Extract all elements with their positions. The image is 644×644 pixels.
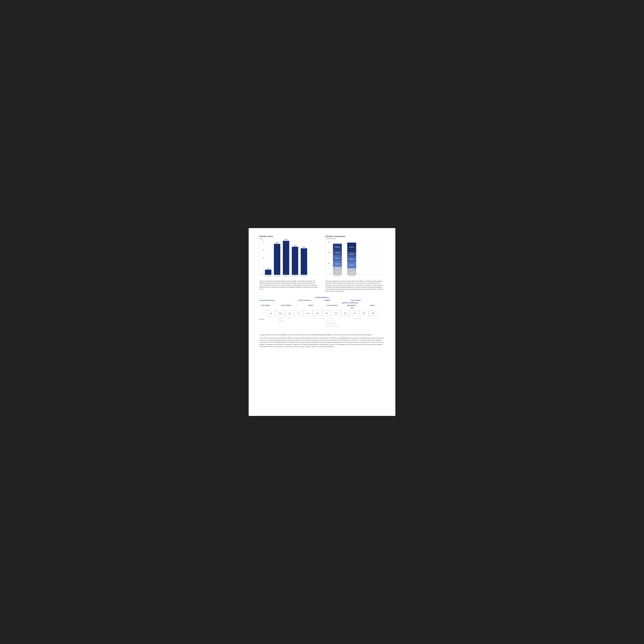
text-right: Total assets amounted at 31 March 2018 t… bbox=[326, 280, 385, 292]
text-row: Thanks to a number of successful divestm… bbox=[259, 280, 385, 292]
seg-2018-mid1: 154.5 m bbox=[347, 257, 356, 262]
inv-snack: Snack Connection bbox=[298, 299, 311, 301]
bar-rect-2013 bbox=[265, 270, 271, 275]
seg-2017-dark2: 221.6 m bbox=[333, 244, 342, 251]
month-jan[interactable]: Jan bbox=[350, 311, 359, 316]
investments-title: INVESTMENTS bbox=[259, 297, 385, 298]
inv-impact: Impact bbox=[370, 304, 375, 306]
bar-value-3.1: 3.1 bbox=[267, 268, 269, 269]
month-dec[interactable]: Dec bbox=[341, 311, 350, 316]
comp-y-500: 500 bbox=[326, 252, 330, 253]
inv-wemas: WEMAS bbox=[325, 299, 330, 301]
bar-2013-2014: 3.1 bbox=[265, 268, 271, 275]
comp-chart-title: Porfolio composition bbox=[326, 235, 385, 237]
inv-arseus: Arseus Medical bbox=[281, 304, 291, 306]
seg-2017-light: 67.5 m bbox=[333, 267, 342, 269]
comp-chart-wrapper: 0 250 500 750 173.4 m 67.5 m 185.1 m 183… bbox=[326, 241, 385, 277]
months-row: Apr May Jun Jul Aug Sep Oct Nov Dec Jan … bbox=[259, 311, 385, 316]
month-aug[interactable]: Aug bbox=[303, 311, 313, 316]
seg-2017-mid2: 185.1 m bbox=[333, 261, 342, 267]
inv-france: France Themes bbox=[351, 299, 361, 301]
bar-2014-2015: 18.3 bbox=[274, 242, 280, 275]
bar-value-18.3: 18.3 bbox=[276, 242, 279, 243]
bar-rect-2016 bbox=[292, 247, 298, 275]
inv-stiplastics: Stiplastics Healthcaring bbox=[342, 302, 358, 304]
bar-rect-2017 bbox=[301, 248, 307, 275]
charts-row: Porfolio return In % 0 5 10 15 20 bbox=[259, 235, 385, 277]
bar-2017-2018: 15.6 bbox=[301, 246, 307, 275]
exit-teads: Teads bbox=[277, 318, 281, 319]
inv-cegeka: Cegeka bbox=[308, 304, 313, 306]
exit-res: RES bbox=[287, 318, 290, 319]
comp-chart-subtitle: In EUR million bbox=[326, 238, 385, 240]
x-label-5: 2017/2018 bbox=[301, 275, 307, 277]
comp-y-labels: 0 250 500 750 bbox=[326, 241, 330, 275]
bar-2016-2017: 16.6 bbox=[292, 245, 298, 275]
month-feb[interactable]: Feb bbox=[359, 311, 369, 316]
exits-label: EXITS bbox=[259, 318, 264, 320]
exit-brakel: Brakel bbox=[330, 318, 334, 319]
seg-2018-light: 67.2 m bbox=[347, 268, 356, 270]
inv-agro: AgroBiothers bbox=[347, 304, 356, 306]
month-nov[interactable]: Nov bbox=[331, 311, 341, 316]
composition-chart: 0 250 500 750 173.4 m 67.5 m 185.1 m 183… bbox=[326, 241, 385, 275]
y-label-0: 0 bbox=[260, 273, 264, 275]
month-oct[interactable]: Oct bbox=[322, 311, 331, 316]
month-mar[interactable]: Mar bbox=[369, 311, 378, 316]
seg-2018-dark1: 278.5 m bbox=[347, 243, 356, 252]
month-apr[interactable]: Apr bbox=[266, 311, 275, 316]
seg-2017-gray: 173.4 m bbox=[333, 269, 342, 275]
inv-imcheck: Imcheck Therapeutics bbox=[259, 299, 274, 301]
exit-greenyard: Greenyard bbox=[278, 320, 285, 322]
seg-2018-mid2: 192.1 m bbox=[347, 262, 356, 268]
comp-x-2017: 31/05/2017 bbox=[333, 275, 342, 277]
x-label-2: 2014/2015 bbox=[274, 275, 280, 277]
month-jul[interactable]: Jul bbox=[294, 311, 303, 316]
comp-x-labels: 31/05/2017 31/03/2018 bbox=[326, 275, 385, 277]
seg-2018-dark3: 153.6 m bbox=[347, 252, 356, 257]
comp-y-250: 250 bbox=[326, 262, 330, 264]
return-chart: 0 5 10 15 20 3.1 18.3 bbox=[259, 241, 318, 275]
bar-rect-2014 bbox=[274, 244, 280, 275]
seg-2018-gray: 134.5 m bbox=[347, 270, 356, 275]
comp-x-2018: 31/03/2018 bbox=[347, 275, 356, 277]
y-label-15: 15 bbox=[260, 249, 264, 251]
return-chart-title: Porfolio return bbox=[259, 235, 318, 237]
text-left: Thanks to a number of successful divestm… bbox=[259, 280, 318, 292]
seg-2017-dark3: 134.9 m bbox=[333, 251, 342, 255]
x-label-1: 2013/2014 bbox=[265, 275, 272, 277]
bar-value-16.6: 16.6 bbox=[294, 245, 296, 246]
comp-y-0: 0 bbox=[326, 273, 330, 275]
exit-almaviva: Almaviva Sante bbox=[326, 323, 336, 324]
bottom-p2: In FY 2017-2018, Gimv made in all EUR 24… bbox=[259, 337, 385, 348]
exits-names: EXITS Teads RES Greenyard Luciad Brakel … bbox=[259, 317, 385, 330]
stacked-bar-2018: 134.5 m 67.2 m 192.1 m 154.5 m 153.6 m 2… bbox=[347, 241, 356, 275]
seg-2017-mid1: 183.1 m bbox=[333, 255, 342, 261]
month-jun[interactable]: Jun bbox=[285, 311, 294, 316]
bar-value-15.6: 15.6 bbox=[303, 246, 305, 248]
exit-mackevision: Mackevision bbox=[354, 318, 362, 319]
bar-2015-2016: 20.2 bbox=[283, 239, 289, 275]
exit-marcovasco: Marco Vasco bbox=[326, 320, 334, 322]
x-label-3: 2015/2016 bbox=[283, 275, 289, 277]
month-may[interactable]: May bbox=[275, 311, 285, 316]
month-sep[interactable]: Sep bbox=[313, 311, 322, 316]
investments-section: INVESTMENTS Imcheck Therapeutics Snack C… bbox=[259, 297, 385, 330]
return-y-labels: 0 5 10 15 20 bbox=[260, 241, 264, 275]
stacked-bar-2017: 173.4 m 67.5 m 185.1 m 183.1 m 134.9 m 2… bbox=[333, 241, 342, 275]
return-chart-wrapper: 0 5 10 15 20 3.1 18.3 bbox=[259, 241, 318, 277]
exit-luciad: Luciad bbox=[320, 318, 325, 319]
y-label-5: 5 bbox=[260, 265, 264, 267]
inv-fire1: Fire 1 bbox=[351, 307, 354, 309]
investment-names-top: Imcheck Therapeutics Snack Connection WE… bbox=[259, 299, 385, 309]
bottom-p1: In today's competitive markets, we disti… bbox=[259, 334, 385, 336]
x-labels: 2013/2014 2014/2015 2015/2016 2016/2017 … bbox=[259, 275, 318, 277]
bar-value-20.2: 20.2 bbox=[285, 239, 287, 240]
page: Porfolio return In % 0 5 10 15 20 bbox=[249, 228, 395, 416]
portfolio-composition-section: Porfolio composition In EUR million 0 25… bbox=[326, 235, 385, 277]
bar-rect-2015 bbox=[283, 241, 289, 275]
comp-y-750: 750 bbox=[326, 241, 330, 243]
inv-lacroissanterie: La Croissanterie bbox=[326, 304, 338, 306]
portfolio-return-section: Porfolio return In % 0 5 10 15 20 bbox=[259, 235, 318, 277]
inv-mvz: MVZ Holding bbox=[261, 304, 270, 306]
